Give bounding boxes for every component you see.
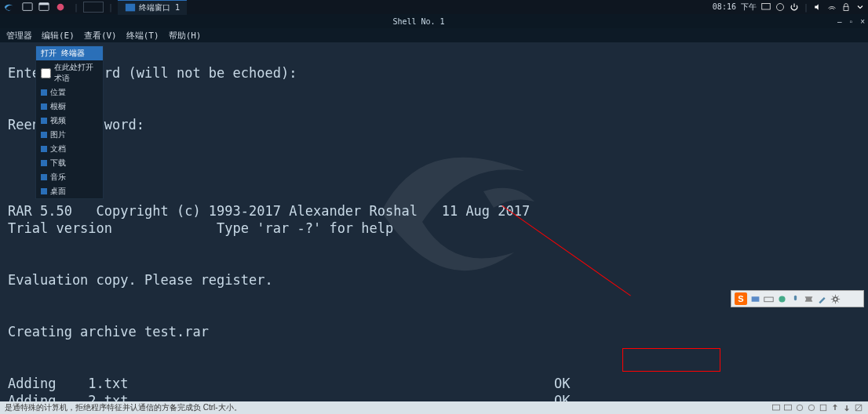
taskbar-app[interactable]: 终端窗口 1 — [118, 0, 187, 15]
dropdown-item[interactable]: 根橱 — [36, 100, 103, 114]
menu-icon[interactable] — [855, 2, 865, 12]
status-text: 是通特殊的计算机，拒绝程序特征并认通信的方备完成负 Ctrl-大小。 — [5, 402, 242, 413]
svg-rect-5 — [762, 4, 771, 10]
svg-rect-9 — [764, 297, 773, 302]
terminal-line: Evaluation copy. Please register. — [8, 272, 273, 288]
dropdown-item[interactable]: 位置 — [36, 85, 103, 100]
status-icon[interactable] — [795, 403, 804, 412]
record-icon[interactable] — [55, 2, 66, 13]
folder-icon — [41, 132, 47, 138]
folder-icon — [41, 146, 47, 152]
pin-icon[interactable] — [777, 294, 787, 304]
svg-point-6 — [776, 4, 783, 11]
system-top-panel: | | 终端窗口 1 08:16 下午 | — [0, 0, 868, 14]
annotation-highlight-box — [622, 348, 720, 372]
host-status-bar: 是通特殊的计算机，拒绝程序特征并认通信的方备完成负 Ctrl-大小。 — [0, 401, 868, 414]
kali-logo-icon[interactable] — [3, 2, 14, 13]
network-icon[interactable] — [827, 2, 837, 12]
dropdown-item[interactable]: 视频 — [36, 114, 103, 128]
close-button[interactable]: × — [860, 17, 865, 26]
svg-point-10 — [779, 296, 785, 302]
svg-rect-0 — [23, 3, 32, 11]
places-dropdown: 打开 终端器 在此处打开术语 位置 根橱 视频 图片 文档 下载 音乐 桌面 — [35, 45, 104, 199]
folder-icon — [41, 188, 47, 194]
svg-rect-17 — [820, 405, 826, 411]
menu-file[interactable]: 管理器 — [6, 30, 32, 42]
workspace-switcher[interactable] — [83, 2, 104, 13]
app-icon[interactable] — [22, 2, 33, 13]
tool-icon[interactable] — [817, 294, 827, 304]
terminal-menubar: 管理器 编辑(E) 查看(V) 终端(T) 帮助(H) — [0, 28, 868, 42]
menu-edit[interactable]: 编辑(E) — [42, 30, 75, 42]
svg-rect-11 — [794, 295, 797, 300]
app-icon[interactable] — [38, 2, 49, 13]
dropdown-item[interactable]: 下载 — [36, 156, 103, 170]
dropdown-header[interactable]: 打开 终端器 — [36, 46, 103, 60]
window-title: Shell No. 1 — [392, 17, 444, 26]
window-controls: – ▫ × — [834, 17, 865, 26]
quick-launch[interactable] — [22, 2, 69, 13]
menu-help[interactable]: 帮助(H) — [169, 30, 202, 42]
svg-rect-4 — [126, 4, 135, 12]
folder-icon — [41, 89, 47, 96]
tray-time: 08:16 下午 — [713, 2, 757, 13]
svg-point-15 — [797, 405, 803, 411]
svg-rect-2 — [39, 3, 49, 5]
mic-icon[interactable] — [790, 294, 801, 304]
status-icon[interactable] — [783, 403, 793, 412]
folder-icon — [41, 174, 47, 180]
svg-rect-14 — [785, 405, 792, 410]
status-icon[interactable] — [830, 403, 840, 412]
svg-point-3 — [57, 4, 64, 11]
svg-rect-7 — [844, 6, 848, 10]
status-icons — [771, 403, 863, 412]
folder-icon — [41, 118, 47, 124]
terminal-line: Trial version Type 'rar -?' for help — [8, 220, 393, 236]
gear-icon[interactable] — [830, 294, 841, 304]
minimize-button[interactable]: – — [837, 17, 842, 26]
terminal-line: RAR 5.50 Copyright (c) 1993-2017 Alexand… — [8, 203, 530, 219]
terminal-output[interactable]: Enter password (will not be echoed): Ree… — [0, 42, 868, 405]
dropdown-item[interactable]: 文档 — [36, 142, 103, 156]
dropdown-item[interactable]: 桌面 — [36, 184, 103, 198]
menu-terminal[interactable]: 终端(T) — [126, 30, 159, 42]
paint-icon[interactable] — [750, 294, 760, 304]
maximize-button[interactable]: ▫ — [850, 17, 853, 26]
sogou-icon[interactable]: S — [735, 292, 747, 305]
dropdown-item[interactable]: 图片 — [36, 128, 103, 142]
status-icon[interactable] — [771, 403, 781, 412]
svg-rect-8 — [752, 296, 760, 302]
power-icon[interactable] — [790, 2, 799, 12]
folder-icon — [41, 104, 47, 110]
display-icon[interactable] — [761, 2, 771, 12]
dropdown-item[interactable]: 音乐 — [36, 170, 103, 184]
ime-floating-toolbar[interactable]: S — [731, 290, 864, 307]
volume-icon[interactable] — [813, 2, 822, 12]
lock-icon[interactable] — [841, 2, 851, 12]
terminal-line: Adding 1.txt OK — [8, 376, 578, 391]
keyboard-icon[interactable] — [764, 294, 774, 304]
status-icon[interactable] — [807, 403, 816, 412]
status-icon[interactable] — [842, 403, 852, 412]
svg-point-12 — [833, 297, 837, 301]
system-tray: 08:16 下午 | — [713, 2, 865, 13]
notify-icon[interactable] — [775, 2, 785, 12]
status-icon[interactable] — [819, 403, 828, 412]
window-title-bar[interactable]: Shell No. 1 – ▫ × — [0, 14, 868, 28]
dropdown-sub[interactable]: 在此处打开术语 — [36, 60, 103, 85]
status-icon[interactable] — [854, 403, 863, 412]
folder-icon — [41, 160, 47, 166]
terminal-line: Creating archive test.rar — [8, 324, 209, 340]
menu-view[interactable]: 查看(V) — [84, 30, 117, 42]
skin-icon[interactable] — [804, 294, 814, 304]
svg-rect-13 — [773, 405, 780, 410]
svg-point-16 — [808, 405, 815, 411]
